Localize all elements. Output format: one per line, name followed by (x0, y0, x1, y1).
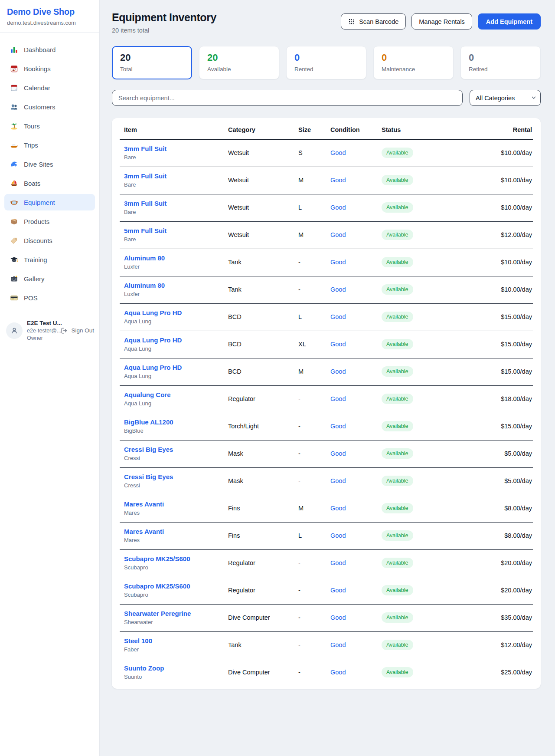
stat-card-rented[interactable]: 0Rented (286, 46, 366, 79)
stat-card-maintenance[interactable]: 0Maintenance (373, 46, 454, 79)
item-condition-link[interactable]: Good (330, 614, 382, 621)
sidebar-item-equipment[interactable]: Equipment (4, 194, 95, 210)
status-badge: Available (382, 230, 413, 240)
user-section: E2E Test U... e2e-tester@... Owner Sign … (0, 314, 99, 347)
item-condition-link[interactable]: Good (330, 423, 382, 430)
item-name-link[interactable]: Aqua Lung Pro HD (124, 336, 228, 344)
item-name-link[interactable]: BigBlue AL1200 (124, 418, 228, 426)
item-name-link[interactable]: Mares Avanti (124, 528, 228, 535)
sidebar-item-training[interactable]: Training (4, 251, 95, 268)
item-condition-link[interactable]: Good (330, 368, 382, 375)
item-name-link[interactable]: Mares Avanti (124, 500, 228, 508)
item-size: - (298, 259, 330, 266)
item-name-link[interactable]: Scubapro MK25/S600 (124, 555, 228, 562)
item-name-link[interactable]: Cressi Big Eyes (124, 446, 228, 453)
item-condition-link[interactable]: Good (330, 669, 382, 676)
item-category: Dive Computer (228, 614, 298, 621)
item-condition-link[interactable]: Good (330, 149, 382, 156)
item-condition-link[interactable]: Good (330, 259, 382, 266)
item-cell: Shearwater PeregrineShearwater (124, 610, 228, 625)
stat-value: 0 (382, 52, 445, 63)
svg-text:17: 17 (12, 68, 16, 72)
item-brand: Cressi (124, 482, 228, 489)
item-name-link[interactable]: 3mm Full Suit (124, 172, 228, 180)
item-name-link[interactable]: Aqualung Core (124, 391, 228, 398)
table-row: Suunto ZoopSuuntoDive Computer-GoodAvail… (120, 659, 533, 686)
table-row: Scubapro MK25/S600ScubaproRegulator-Good… (120, 577, 533, 605)
sidebar-item-gallery[interactable]: Gallery (4, 270, 95, 287)
sidebar-item-customers[interactable]: Customers (4, 99, 95, 115)
item-rental: $5.00/day (458, 477, 533, 484)
status-cell: Available (382, 175, 458, 185)
add-equipment-button[interactable]: Add Equipment (478, 13, 541, 30)
item-name-link[interactable]: 5mm Full Suit (124, 227, 228, 234)
sign-out-icon (60, 326, 69, 335)
item-condition-link[interactable]: Good (330, 231, 382, 238)
item-name-link[interactable]: Aqua Lung Pro HD (124, 364, 228, 371)
sidebar-item-boats[interactable]: Boats (4, 175, 95, 191)
sidebar-item-dive-sites[interactable]: Dive Sites (4, 156, 95, 172)
category-select[interactable]: All Categories (470, 90, 541, 106)
sidebar-item-calendar[interactable]: Calendar (4, 79, 95, 96)
item-name-link[interactable]: Aluminum 80 (124, 282, 228, 289)
sidebar-item-label: Equipment (24, 199, 55, 206)
item-name-link[interactable]: Cressi Big Eyes (124, 473, 228, 480)
item-size: - (298, 669, 330, 676)
item-condition-link[interactable]: Good (330, 204, 382, 211)
item-rental: $20.00/day (458, 587, 533, 594)
item-name-link[interactable]: 3mm Full Suit (124, 145, 228, 152)
item-name-link[interactable]: Aluminum 80 (124, 254, 228, 262)
item-condition-link[interactable]: Good (330, 641, 382, 648)
stat-card-total[interactable]: 20Total (112, 46, 192, 79)
sidebar-item-trips[interactable]: Trips (4, 137, 95, 153)
item-name-link[interactable]: Scubapro MK25/S600 (124, 582, 228, 590)
table-row: Aqua Lung Pro HDAqua LungBCDLGoodAvailab… (120, 304, 533, 331)
sidebar-item-bookings[interactable]: 17Bookings (4, 60, 95, 77)
item-condition-link[interactable]: Good (330, 477, 382, 484)
status-cell: Available (382, 312, 458, 322)
item-cell: Aqua Lung Pro HDAqua Lung (124, 336, 228, 352)
sidebar-item-pos[interactable]: POS (4, 289, 95, 306)
item-condition-link[interactable]: Good (330, 505, 382, 512)
item-name-link[interactable]: Shearwater Peregrine (124, 610, 228, 617)
item-condition-link[interactable]: Good (330, 313, 382, 320)
item-cell: 5mm Full SuitBare (124, 227, 228, 243)
item-category: Regulator (228, 559, 298, 566)
item-name-link[interactable]: Aqua Lung Pro HD (124, 309, 228, 316)
sidebar-item-discounts[interactable]: Discounts (4, 232, 95, 249)
status-badge: Available (382, 202, 413, 213)
brand-name[interactable]: Demo Dive Shop (7, 7, 92, 17)
search-input[interactable] (112, 90, 463, 106)
item-condition-link[interactable]: Good (330, 395, 382, 402)
item-name-link[interactable]: Suunto Zoop (124, 664, 228, 672)
item-condition-link[interactable]: Good (330, 450, 382, 457)
status-badge: Available (382, 640, 413, 650)
item-category: Mask (228, 450, 298, 457)
item-size: - (298, 395, 330, 402)
sign-out-button[interactable]: Sign Out (60, 326, 94, 335)
item-cell: 3mm Full SuitBare (124, 172, 228, 188)
sidebar-item-products[interactable]: Products (4, 213, 95, 230)
column-header-item: Item (124, 126, 228, 133)
stat-card-retired[interactable]: 0Retired (460, 46, 541, 79)
manage-rentals-button[interactable]: Manage Rentals (411, 13, 472, 30)
item-category: Wetsuit (228, 177, 298, 184)
item-condition-link[interactable]: Good (330, 177, 382, 184)
item-category: Tank (228, 286, 298, 293)
item-name-link[interactable]: 3mm Full Suit (124, 200, 228, 207)
item-condition-link[interactable]: Good (330, 341, 382, 348)
item-name-link[interactable]: Steel 100 (124, 637, 228, 644)
item-condition-link[interactable]: Good (330, 559, 382, 566)
sidebar-item-dashboard[interactable]: Dashboard (4, 41, 95, 58)
scan-barcode-button[interactable]: Scan Barcode (341, 13, 406, 30)
item-condition-link[interactable]: Good (330, 286, 382, 293)
item-category: BCD (228, 368, 298, 375)
item-rental: $20.00/day (458, 559, 533, 566)
item-condition-link[interactable]: Good (330, 587, 382, 594)
status-badge: Available (382, 366, 413, 377)
stat-card-available[interactable]: 20Available (199, 46, 279, 79)
avatar (6, 322, 23, 339)
sidebar-item-tours[interactable]: Tours (4, 118, 95, 134)
item-condition-link[interactable]: Good (330, 532, 382, 539)
item-cell: Scubapro MK25/S600Scubapro (124, 555, 228, 571)
